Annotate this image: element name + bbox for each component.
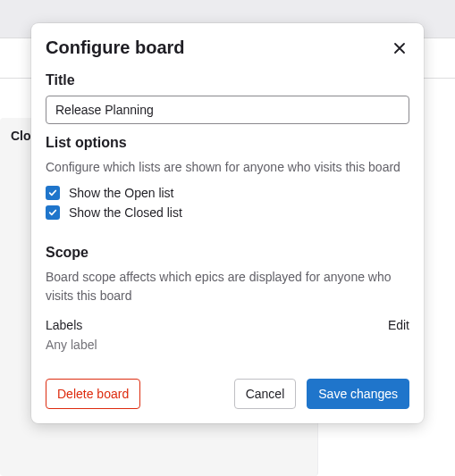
delete-board-button[interactable]: Delete board	[46, 379, 140, 409]
close-icon	[393, 44, 406, 57]
save-changes-button[interactable]: Save changes	[307, 379, 409, 409]
edit-labels-button[interactable]: Edit	[388, 318, 409, 332]
modal-title: Configure board	[46, 38, 185, 58]
title-section-label: Title	[46, 72, 409, 88]
cancel-button[interactable]: Cancel	[234, 379, 297, 409]
checkbox-checked-icon	[46, 205, 60, 220]
close-button[interactable]	[390, 38, 409, 58]
footer-right-group: Cancel Save changes	[234, 379, 409, 409]
scope-label: Scope	[46, 245, 409, 261]
checkbox-checked-icon	[46, 186, 60, 200]
show-closed-list-label: Show the Closed list	[69, 205, 182, 220]
show-open-list-label: Show the Open list	[69, 186, 174, 200]
show-open-list-checkbox[interactable]: Show the Open list	[46, 186, 409, 200]
modal-header: Configure board	[31, 23, 424, 65]
modal-footer: Delete board Cancel Save changes	[31, 364, 424, 423]
list-options-label: List options	[46, 135, 409, 151]
scope-hint: Board scope affects which epics are disp…	[46, 268, 409, 305]
list-options-hint: Configure which lists are shown for anyo…	[46, 158, 409, 177]
labels-value: Any label	[46, 338, 409, 352]
show-closed-list-checkbox[interactable]: Show the Closed list	[46, 205, 409, 220]
modal-body: Title List options Configure which lists…	[31, 65, 424, 364]
board-title-input[interactable]	[46, 96, 409, 124]
labels-title: Labels	[46, 318, 82, 332]
configure-board-modal: Configure board Title List options Confi…	[31, 23, 424, 423]
labels-row: Labels Edit	[46, 318, 409, 332]
